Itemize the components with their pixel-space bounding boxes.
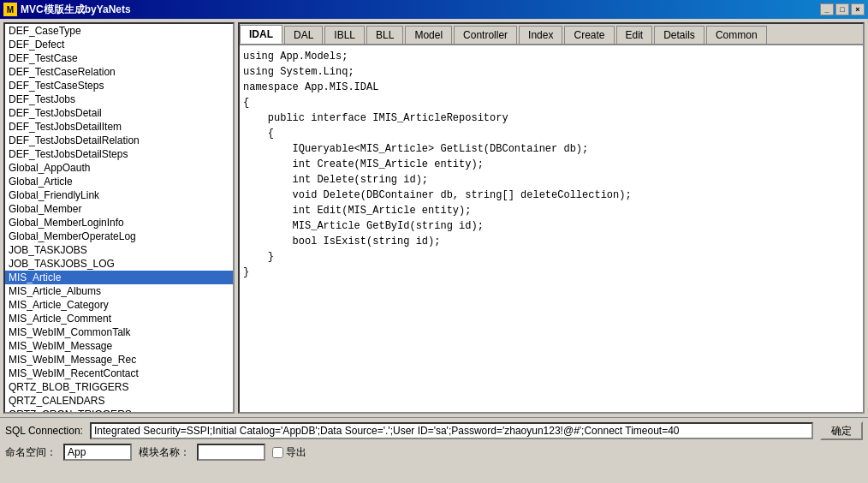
list-item[interactable]: Global_AppOauth — [5, 161, 233, 175]
tab-model[interactable]: Model — [405, 26, 452, 44]
export-text: 导出 — [286, 445, 306, 460]
list-item[interactable]: JOB_TASKJOBS — [5, 243, 233, 257]
list-item[interactable]: QRTZ_CALENDARS — [5, 394, 233, 408]
list-item[interactable]: DEF_TestCase — [5, 51, 233, 65]
list-item[interactable]: DEF_TestCaseSteps — [5, 79, 233, 92]
sql-label: SQL Connection: — [5, 425, 83, 437]
namespace-input[interactable] — [63, 444, 132, 461]
confirm-button[interactable]: 确定 — [820, 421, 863, 440]
tab-dal[interactable]: DAL — [284, 26, 323, 44]
list-item[interactable]: JOB_TASKJOBS_LOG — [5, 257, 233, 271]
tab-ibll[interactable]: IBLL — [324, 26, 365, 44]
list-item[interactable]: DEF_TestJobsDetailRelation — [5, 134, 233, 147]
bottom-bar: SQL Connection: 确定 命名空间： 模块名称： 导出 — [0, 417, 868, 464]
content-area: DEF_CaseTypeDEF_DefectDEF_TestCaseDEF_Te… — [0, 19, 868, 417]
list-item[interactable]: Global_Article — [5, 175, 233, 188]
title-text: MVC模版生成byYaNets — [21, 3, 131, 17]
list-item[interactable]: MIS_Article_Comment — [5, 312, 233, 325]
list-item[interactable]: MIS_WebIM_RecentContact — [5, 367, 233, 380]
list-item[interactable]: DEF_TestJobsDetailItem — [5, 120, 233, 134]
tab-details[interactable]: Details — [654, 26, 705, 44]
minimize-btn[interactable]: _ — [820, 3, 834, 15]
tab-idal[interactable]: IDAL — [240, 25, 282, 44]
app-icon: M — [3, 3, 17, 16]
module-label: 模块名称： — [139, 445, 190, 460]
export-label[interactable]: 导出 — [272, 445, 306, 460]
tab-create[interactable]: Create — [564, 26, 614, 44]
list-item[interactable]: QRTZ_BLOB_TRIGGERS — [5, 380, 233, 394]
list-item[interactable]: DEF_TestJobs — [5, 92, 233, 106]
namespace-label: 命名空间： — [5, 445, 56, 460]
list-item[interactable]: DEF_CaseType — [5, 24, 233, 38]
list-item[interactable]: MIS_Article — [5, 271, 233, 284]
list-item[interactable]: Global_FriendlyLink — [5, 188, 233, 202]
window-controls: _ □ × — [820, 3, 865, 15]
title-bar: M MVC模版生成byYaNets _ □ × — [0, 0, 868, 19]
list-item[interactable]: DEF_TestCaseRelation — [5, 65, 233, 79]
code-editor[interactable]: using App.Models; using System.Linq; nam… — [240, 45, 863, 412]
tab-common[interactable]: Common — [706, 26, 767, 44]
tab-edit[interactable]: Edit — [616, 26, 653, 44]
list-item[interactable]: MIS_WebIM_Message_Rec — [5, 353, 233, 367]
list-item[interactable]: MIS_Article_Category — [5, 298, 233, 312]
tabs-bar: IDALDALIBLLBLLModelControllerIndexCreate… — [240, 24, 863, 45]
list-item[interactable]: DEF_Defect — [5, 38, 233, 51]
maximize-btn[interactable]: □ — [835, 3, 849, 15]
tab-bll[interactable]: BLL — [366, 26, 403, 44]
list-item[interactable]: MIS_Article_Albums — [5, 284, 233, 298]
list-item[interactable]: Global_MemberOperateLog — [5, 230, 233, 243]
right-panel: IDALDALIBLLBLLModelControllerIndexCreate… — [238, 22, 865, 414]
table-list[interactable]: DEF_CaseTypeDEF_DefectDEF_TestCaseDEF_Te… — [3, 22, 235, 414]
module-input[interactable] — [197, 444, 265, 461]
list-item[interactable]: DEF_TestJobsDetailSteps — [5, 147, 233, 161]
list-item[interactable]: Global_MemberLoginInfo — [5, 216, 233, 230]
export-checkbox[interactable] — [272, 447, 283, 458]
list-item[interactable]: MIS_WebIM_Message — [5, 339, 233, 353]
list-item[interactable]: MIS_WebIM_CommonTalk — [5, 325, 233, 339]
list-item[interactable]: DEF_TestJobsDetail — [5, 106, 233, 120]
list-item[interactable]: QRTZ_CRON_TRIGGERS — [5, 408, 233, 414]
close-btn[interactable]: × — [851, 3, 865, 15]
tab-index[interactable]: Index — [519, 26, 562, 44]
list-item[interactable]: Global_Member — [5, 202, 233, 216]
tab-controller[interactable]: Controller — [454, 26, 517, 44]
sql-input[interactable] — [90, 422, 813, 439]
